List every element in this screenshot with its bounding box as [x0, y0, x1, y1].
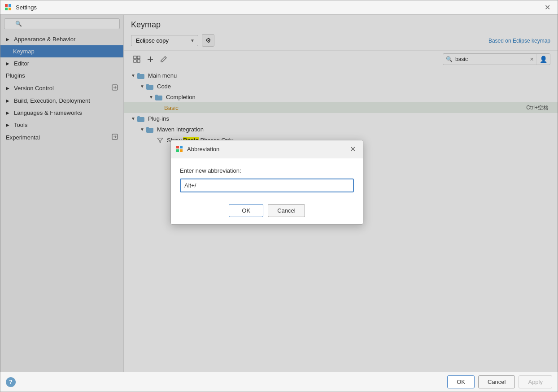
dialog-close-button[interactable]: ✕: [348, 144, 357, 154]
svg-rect-12: [176, 146, 179, 148]
bottom-left: ?: [6, 377, 16, 387]
svg-rect-0: [5, 4, 8, 7]
close-button[interactable]: ✕: [542, 2, 553, 13]
dialog-label: Enter new abbreviation:: [180, 167, 354, 174]
dialog-buttons: OK Cancel: [171, 200, 363, 224]
abbreviation-input[interactable]: [180, 179, 354, 192]
help-button[interactable]: ?: [6, 377, 16, 387]
svg-rect-2: [5, 8, 8, 10]
dialog-body: Enter new abbreviation:: [171, 158, 363, 200]
title-bar: Settings ✕: [0, 0, 558, 15]
ok-button[interactable]: OK: [447, 375, 475, 388]
dialog-title-left: Abbreviation: [176, 146, 219, 153]
svg-rect-15: [180, 149, 183, 152]
apply-button[interactable]: Apply: [519, 375, 552, 388]
dialog-titlebar: Abbreviation ✕: [171, 140, 363, 158]
dialog-cancel-button[interactable]: Cancel: [268, 204, 305, 217]
app-icon: [5, 4, 12, 11]
svg-rect-14: [176, 149, 179, 152]
svg-rect-1: [9, 4, 11, 7]
svg-rect-13: [180, 146, 183, 148]
bottom-bar: ? OK Cancel Apply: [0, 372, 558, 392]
cancel-button[interactable]: Cancel: [478, 375, 515, 388]
window-title: Settings: [16, 4, 37, 11]
dialog-ok-button[interactable]: OK: [229, 204, 263, 217]
svg-rect-3: [9, 8, 11, 10]
bottom-right: OK Cancel Apply: [447, 375, 552, 388]
abbreviation-dialog: Abbreviation ✕ Enter new abbreviation: O…: [170, 140, 363, 225]
title-bar-left: Settings: [5, 4, 37, 11]
dialog-title: Abbreviation: [187, 146, 219, 152]
dialog-app-icon: [176, 146, 183, 153]
modal-overlay: Abbreviation ✕ Enter new abbreviation: O…: [0, 14, 558, 372]
